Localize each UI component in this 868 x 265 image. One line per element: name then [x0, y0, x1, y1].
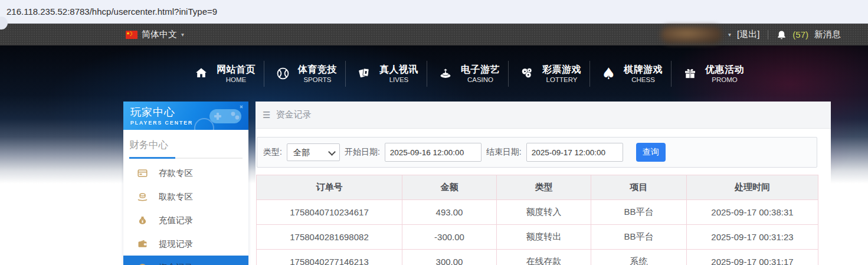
divider: [768, 30, 768, 40]
sidebar-section-title: 财务中心: [129, 139, 243, 151]
main-content: ☰ 资金记录 类型: 全部 开始日期: 结束日期: 查询 订单号 金额 类型 项…: [256, 102, 831, 265]
table-cell: 2025-09-17 00:38:31: [687, 200, 818, 225]
message-count-badge[interactable]: (57): [792, 30, 808, 40]
nav-item-chess[interactable]: ♠ 棋牌游戏 CHESS: [590, 64, 671, 84]
spade-icon: ♠: [598, 66, 618, 81]
table-cell: 493.00: [402, 200, 497, 225]
china-flag-icon: [126, 31, 137, 39]
table-cell: 2025-09-17 00:31:23: [687, 225, 818, 250]
table-row: 1758040277146213 300.00 在线存款 系统 2025-09-…: [257, 250, 818, 265]
gift-icon: [680, 66, 700, 80]
end-date-label: 结束日期:: [486, 147, 522, 158]
type-label: 类型:: [263, 147, 282, 158]
basketball-icon: [273, 66, 293, 81]
nav-label-en: HOME: [217, 76, 256, 83]
chevron-right-icon: ›: [237, 263, 240, 265]
col-amount: 金额: [402, 175, 497, 200]
deposit-icon: [137, 168, 148, 178]
home-icon: [191, 66, 211, 80]
sidebar-item-withdraw[interactable]: 取款专区: [123, 185, 248, 208]
col-process-time: 处理时间: [687, 175, 818, 200]
table-cell: 1758040277146213: [257, 250, 402, 265]
nav-label-en: SPORTS: [298, 76, 337, 83]
nav-label-en: CHESS: [624, 76, 663, 83]
nav-label-en: LOTTERY: [542, 76, 581, 83]
nav-label-zh: 真人视讯: [379, 64, 418, 76]
hamburger-icon[interactable]: ☰: [263, 110, 270, 120]
nav-label-zh: 体育竞技: [298, 64, 337, 76]
col-project: 项目: [591, 175, 687, 200]
fund-record-icon: [137, 263, 148, 265]
browser-address-bar[interactable]: 216.118.235.52:8783/hhcp/usercenter.html…: [0, 0, 868, 24]
nav-item-lives[interactable]: 真人视讯 LIVES: [346, 64, 427, 84]
nav-item-sports[interactable]: 体育竞技 SPORTS: [264, 64, 345, 84]
top-toolbar: 简体中文 ▾ ▾ [退出] (57) 新消息: [0, 24, 868, 45]
nav-item-casino[interactable]: 电子游艺 CASINO: [427, 64, 508, 84]
sidebar-item-deposit[interactable]: 存款专区: [123, 161, 248, 185]
chevron-down-icon: ▾: [181, 31, 184, 38]
col-type: 类型: [497, 175, 591, 200]
table-cell: 额度转出: [497, 225, 591, 250]
user-account-blurred[interactable]: [661, 26, 722, 44]
sidebar-menu: 存款专区 取款专区 充值记录 提现记录: [123, 161, 248, 265]
nav-item-home[interactable]: 网站首页 HOME: [183, 64, 264, 84]
nav-label-en: PROMO: [705, 76, 744, 83]
table-row: 1758040710234617 493.00 额度转入 BB平台 2025-0…: [257, 200, 818, 225]
roulette-icon: [435, 66, 456, 80]
nav-item-lottery[interactable]: 彩票游戏 LOTTERY: [509, 64, 589, 84]
table-cell: 1758040710234617: [257, 200, 402, 225]
table-cell: 2025-09-17 00:31:17: [687, 250, 818, 265]
nav-label-zh: 棋牌游戏: [624, 64, 663, 76]
table-cell: BB平台: [591, 225, 687, 250]
nav-label-zh: 电子游艺: [461, 64, 500, 76]
language-selector[interactable]: 简体中文 ▾: [126, 29, 184, 40]
table-cell: BB平台: [591, 200, 687, 225]
lottery-balls-icon: [517, 66, 537, 80]
type-select[interactable]: 全部: [287, 143, 340, 161]
playing-cards-icon: [354, 66, 374, 80]
table-header-row: 订单号 金额 类型 项目 处理时间: [257, 175, 818, 200]
breadcrumb: ☰ 资金记录: [256, 102, 831, 129]
withdraw-record-icon: [137, 239, 148, 249]
page-title: 资金记录: [276, 109, 311, 120]
nav-label-en: LIVES: [379, 76, 418, 83]
bell-icon[interactable]: [777, 30, 787, 40]
col-order-number: 订单号: [257, 175, 402, 200]
sidebar-item-label: 取款专区: [159, 191, 193, 202]
chevron-down-icon: ▾: [728, 31, 731, 38]
sidebar-item-label: 存款专区: [159, 168, 193, 179]
nav-label-zh: 网站首页: [217, 64, 256, 76]
page-url[interactable]: 216.118.235.52:8783/hhcp/usercenter.html…: [6, 6, 217, 17]
fund-records-table: 订单号 金额 类型 项目 处理时间 1758040710234617 493.0…: [256, 175, 818, 265]
table-cell: 系统: [591, 250, 687, 265]
table-cell: 额度转入: [497, 200, 591, 225]
sidebar-item-label: 资金记录: [159, 262, 193, 265]
start-date-input[interactable]: [385, 143, 482, 162]
main-navigation: 网站首页 HOME 体育竞技 SPORTS: [0, 45, 868, 102]
search-button[interactable]: 查询: [636, 143, 666, 162]
messages-link[interactable]: 新消息: [814, 29, 841, 40]
table-row: 1758040281698082 -300.00 额度转出 BB平台 2025-…: [257, 225, 818, 250]
end-date-input[interactable]: [526, 143, 623, 162]
table-cell: -300.00: [402, 225, 497, 250]
nav-label-en: CASINO: [461, 76, 500, 83]
sidebar-item-label: 充值记录: [159, 215, 193, 226]
logout-link[interactable]: [退出]: [737, 29, 759, 40]
sidebar-item-label: 提现记录: [159, 238, 193, 250]
nav-label-zh: 优惠活动: [705, 64, 744, 76]
table-cell: 1758040281698082: [257, 225, 402, 250]
nav-label-zh: 彩票游戏: [542, 64, 581, 76]
table-cell: 300.00: [402, 250, 497, 265]
sidebar-item-fund-records[interactable]: 资金记录 ›: [123, 256, 248, 265]
gamepad-icon: [205, 103, 246, 128]
sidebar-header-banner: 玩家中心 PLAYERS CENTER: [123, 102, 248, 130]
recharge-record-icon: [137, 215, 148, 225]
section-underline: [129, 158, 243, 159]
sidebar-item-withdrawal-records[interactable]: 提现记录: [123, 232, 248, 256]
nav-item-promo[interactable]: 优惠活动 PROMO: [672, 64, 752, 84]
withdraw-icon: [137, 192, 148, 202]
sidebar-item-recharge-records[interactable]: 充值记录: [123, 208, 248, 232]
players-center-sidebar: 玩家中心 PLAYERS CENTER 财务中心 存款专区: [123, 102, 248, 265]
filter-bar: 类型: 全部 开始日期: 结束日期: 查询: [257, 137, 817, 168]
language-label: 简体中文: [142, 29, 177, 40]
